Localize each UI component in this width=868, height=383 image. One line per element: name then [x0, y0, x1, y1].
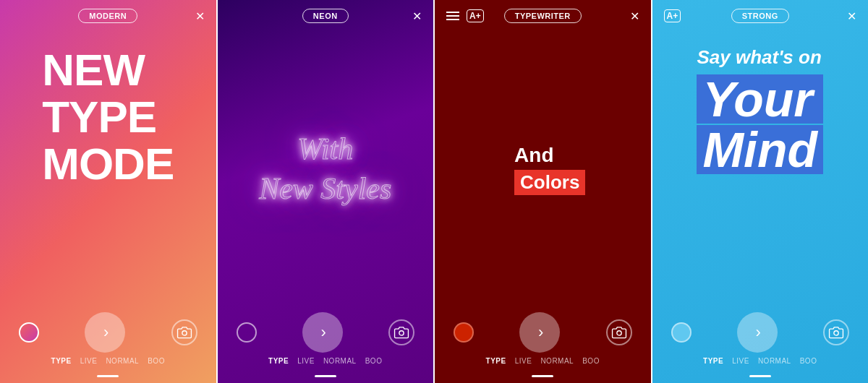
- content-neon: With New Styles: [218, 32, 434, 306]
- camera-icon-3: [611, 326, 627, 339]
- home-indicator-4: [749, 375, 771, 377]
- bottom-nav-4: TYPE LIVE NORMAL BOO: [703, 357, 817, 371]
- camera-btn-2[interactable]: [388, 319, 414, 345]
- close-button-1[interactable]: ✕: [195, 9, 205, 23]
- shutter-4[interactable]: ›: [737, 312, 778, 353]
- nav-type-4[interactable]: TYPE: [703, 357, 723, 365]
- nav-type-3[interactable]: TYPE: [486, 357, 506, 365]
- main-text-modern: NEW TYPE MODE: [42, 39, 174, 187]
- panel-strong: A+ STRONG ✕ Say what's on Your Mind › TY…: [652, 0, 869, 383]
- text-colors: Colors: [514, 170, 585, 195]
- top-bar-neon: NEON ✕: [218, 0, 434, 32]
- nav-type-1[interactable]: TYPE: [51, 357, 72, 365]
- camera-btn-3[interactable]: [606, 319, 632, 345]
- format-button-4[interactable]: A+: [664, 9, 681, 22]
- content-modern: NEW TYPE MODE: [0, 32, 216, 306]
- nav-live-3[interactable]: LIVE: [515, 357, 532, 365]
- shutter-1[interactable]: ›: [85, 312, 125, 353]
- menu-button-3[interactable]: [446, 12, 459, 20]
- color-picker-2[interactable]: [237, 322, 257, 343]
- camera-icon-2: [393, 326, 409, 339]
- camera-btn-1[interactable]: [171, 319, 197, 345]
- color-picker-4[interactable]: [671, 322, 692, 343]
- format-button-3[interactable]: A+: [467, 9, 484, 22]
- color-picker-1[interactable]: [19, 322, 39, 343]
- camera-row-1: ›: [12, 312, 205, 353]
- nav-type-2[interactable]: TYPE: [268, 357, 289, 365]
- close-button-3[interactable]: ✕: [630, 9, 639, 23]
- top-bar-typewriter: A+ TYPEWRITER ✕: [435, 0, 651, 32]
- bottom-nav-1: TYPE LIVE NORMAL BOO: [51, 357, 165, 371]
- nav-boo-2[interactable]: BOO: [365, 357, 383, 365]
- shutter-arrow-3: ›: [538, 323, 543, 342]
- home-indicator-3: [532, 375, 553, 377]
- nav-live-1[interactable]: LIVE: [80, 357, 98, 365]
- text-and: And: [514, 144, 585, 167]
- color-picker-3[interactable]: [454, 322, 474, 343]
- bottom-nav-2: TYPE LIVE NORMAL BOO: [268, 357, 382, 371]
- shutter-3[interactable]: ›: [519, 312, 560, 353]
- bottom-controls-2: › TYPE LIVE NORMAL BOO: [218, 306, 434, 383]
- top-bar-modern: MODERN ✕: [0, 0, 216, 32]
- camera-icon-1: [176, 326, 192, 339]
- text-say: Say what's on: [697, 46, 823, 69]
- camera-btn-4[interactable]: [823, 319, 849, 345]
- content-strong: Say what's on Your Mind: [652, 32, 869, 306]
- main-text-neon: With New Styles: [259, 129, 391, 208]
- bottom-controls-4: › TYPE LIVE NORMAL BOO: [652, 306, 869, 383]
- nav-boo-4[interactable]: BOO: [800, 357, 817, 365]
- camera-row-4: ›: [664, 312, 857, 353]
- shutter-arrow-4: ›: [756, 323, 761, 342]
- nav-live-2[interactable]: LIVE: [297, 357, 315, 365]
- nav-boo-3[interactable]: BOO: [582, 357, 600, 365]
- nav-normal-1[interactable]: NORMAL: [106, 357, 139, 365]
- panel-neon: NEON ✕ With New Styles › TYPE LIVE NORMA…: [218, 0, 434, 383]
- nav-normal-4[interactable]: NORMAL: [758, 357, 791, 365]
- bottom-controls-3: › TYPE LIVE NORMAL BOO: [435, 306, 651, 383]
- bottom-controls-1: › TYPE LIVE NORMAL BOO: [0, 306, 216, 383]
- shutter-arrow-1: ›: [103, 323, 109, 342]
- close-button-2[interactable]: ✕: [412, 9, 422, 23]
- nav-normal-3[interactable]: NORMAL: [540, 357, 574, 365]
- top-bar-strong: A+ STRONG ✕: [652, 0, 869, 32]
- shutter-2[interactable]: ›: [302, 312, 343, 353]
- panel-modern: MODERN ✕ NEW TYPE MODE › TYPE LIVE NORMA: [0, 0, 216, 383]
- panel-typewriter: A+ TYPEWRITER ✕ And Colors › TYPE LIVE N…: [435, 0, 651, 383]
- close-button-4[interactable]: ✕: [847, 9, 856, 23]
- main-text-typewriter: And Colors: [514, 144, 585, 195]
- style-label-strong[interactable]: STRONG: [731, 9, 789, 23]
- shutter-arrow-2: ›: [321, 323, 326, 342]
- nav-boo-1[interactable]: BOO: [148, 357, 165, 365]
- content-typewriter: And Colors: [435, 32, 651, 306]
- style-label-neon[interactable]: NEON: [302, 9, 349, 23]
- text-mind: Mind: [697, 125, 823, 174]
- camera-row-2: ›: [229, 312, 422, 353]
- style-label-modern[interactable]: MODERN: [78, 9, 137, 23]
- main-text-strong: Say what's on Your Mind: [689, 39, 830, 174]
- bottom-nav-3: TYPE LIVE NORMAL BOO: [486, 357, 600, 371]
- camera-row-3: ›: [446, 312, 639, 353]
- home-indicator-2: [315, 375, 336, 377]
- home-indicator-1: [97, 375, 119, 377]
- nav-live-4[interactable]: LIVE: [732, 357, 749, 365]
- text-your: Your: [697, 74, 823, 124]
- camera-icon-4: [828, 326, 844, 339]
- style-label-typewriter[interactable]: TYPEWRITER: [504, 9, 582, 23]
- nav-normal-2[interactable]: NORMAL: [323, 357, 357, 365]
